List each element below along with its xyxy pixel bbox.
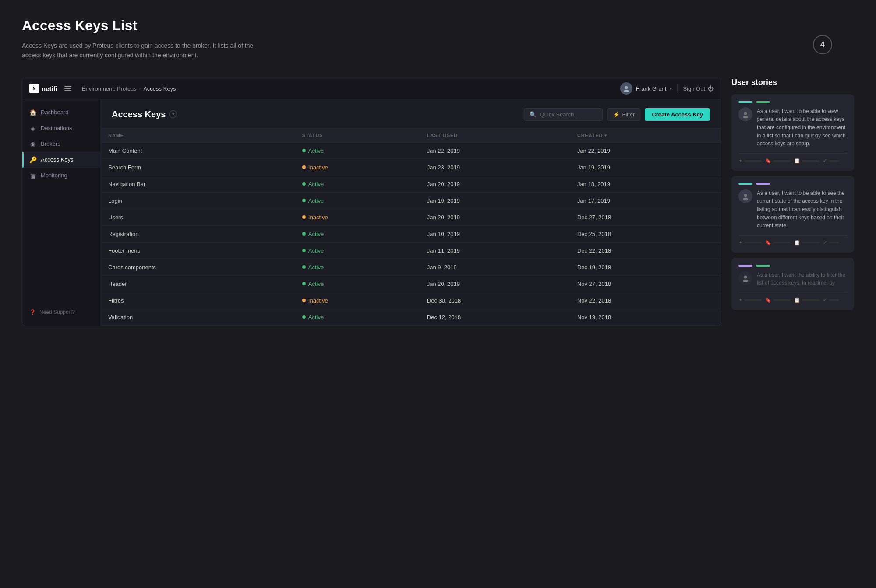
status-text: Inactive bbox=[308, 214, 328, 221]
cell-status: Inactive bbox=[295, 209, 420, 225]
sidebar-item-monitoring[interactable]: ▦ Monitoring bbox=[22, 168, 101, 183]
content-title: Access Keys ? bbox=[112, 109, 177, 120]
status-text: Active bbox=[308, 281, 324, 287]
footer-line-2 bbox=[773, 299, 791, 301]
sign-out-button[interactable]: Sign Out ⏻ bbox=[683, 85, 714, 92]
footer-line-3 bbox=[802, 299, 819, 301]
footer-line-1 bbox=[744, 299, 762, 301]
user-name: Frank Grant bbox=[636, 85, 666, 92]
footer-line-4 bbox=[829, 299, 839, 301]
sort-icon: ▾ bbox=[604, 133, 607, 138]
table-row[interactable]: Validation Active Dec 12, 2018 Nov 19, 2… bbox=[101, 309, 721, 325]
story-avatar bbox=[738, 107, 752, 121]
cell-status: Inactive bbox=[295, 292, 420, 309]
search-box[interactable]: 🔍 bbox=[524, 108, 603, 121]
cell-name: Registration bbox=[101, 225, 295, 242]
cell-name: Validation bbox=[101, 309, 295, 325]
support-label: Need Support? bbox=[39, 309, 75, 315]
destinations-icon: ◈ bbox=[29, 125, 36, 132]
filter-button[interactable]: ⚡ Filter bbox=[607, 108, 641, 121]
sidebar-items: 🏠 Dashboard ◈ Destinations ◉ Brokers 🔑 A… bbox=[22, 105, 101, 183]
sign-out-label: Sign Out bbox=[683, 85, 705, 92]
footer-icon-3: 📋 bbox=[794, 240, 800, 246]
status-text: Active bbox=[308, 264, 324, 271]
dashboard-icon: 🏠 bbox=[29, 109, 36, 116]
table-row[interactable]: Login Active Jan 19, 2019 Jan 17, 2019 bbox=[101, 192, 721, 209]
sidebar-item-label: Destinations bbox=[41, 125, 72, 131]
footer-line-3 bbox=[802, 160, 819, 162]
table-row[interactable]: Users Inactive Jan 20, 2019 Dec 27, 2018 bbox=[101, 209, 721, 225]
story-footer-item: 🔖 bbox=[765, 158, 791, 164]
table-row[interactable]: Main Content Active Jan 22, 2019 Jan 22,… bbox=[101, 142, 721, 159]
story-tag bbox=[738, 101, 752, 103]
cell-status: Inactive bbox=[295, 159, 420, 176]
table-row[interactable]: Navigation Bar Active Jan 20, 2019 Jan 1… bbox=[101, 176, 721, 192]
footer-line-3 bbox=[802, 242, 819, 243]
story-card-2: As a user, I want the ability to filter … bbox=[731, 258, 854, 310]
table-row[interactable]: Registration Active Jan 10, 2019 Dec 25,… bbox=[101, 225, 721, 242]
status-dot bbox=[302, 265, 306, 269]
cell-name: Login bbox=[101, 192, 295, 209]
cell-status: Active bbox=[295, 192, 420, 209]
table-header-row: NAMESTATUSLAST USEDCREATED▾ bbox=[101, 128, 721, 143]
cell-name: Search Form bbox=[101, 159, 295, 176]
svg-point-0 bbox=[625, 86, 628, 89]
table-row[interactable]: Header Active Jan 20, 2019 Nov 27, 2018 bbox=[101, 275, 721, 292]
sidebar-support[interactable]: ❓ Need Support? bbox=[22, 304, 101, 320]
story-tag bbox=[756, 265, 770, 267]
story-avatar bbox=[738, 271, 752, 285]
access-keys-table: NAMESTATUSLAST USEDCREATED▾ Main Content… bbox=[101, 128, 721, 326]
main-layout: N netifi Environment: Proteus › Ac bbox=[22, 78, 854, 326]
table-row[interactable]: Footer menu Active Jan 11, 2019 Dec 22, … bbox=[101, 242, 721, 259]
content-header: Access Keys ? 🔍 ⚡ Filter bbox=[101, 99, 721, 128]
cell-last-used: Dec 30, 2018 bbox=[420, 292, 570, 309]
story-card-footer: ✦ 🔖 📋 ✔ bbox=[738, 292, 847, 303]
info-icon[interactable]: ? bbox=[169, 110, 177, 118]
sidebar-item-brokers[interactable]: ◉ Brokers bbox=[22, 136, 101, 152]
table-row[interactable]: Filtres Inactive Dec 30, 2018 Nov 22, 20… bbox=[101, 292, 721, 309]
cell-last-used: Jan 9, 2019 bbox=[420, 259, 570, 275]
col-created[interactable]: CREATED▾ bbox=[570, 128, 721, 143]
cell-created: Nov 27, 2018 bbox=[570, 275, 721, 292]
nav-divider bbox=[677, 84, 678, 93]
hamburger-menu[interactable] bbox=[63, 84, 73, 93]
story-footer-item: ✦ bbox=[738, 240, 762, 246]
footer-icon-3: 📋 bbox=[794, 158, 800, 164]
sidebar-item-access-keys[interactable]: 🔑 Access Keys bbox=[22, 152, 101, 168]
cell-created: Jan 17, 2019 bbox=[570, 192, 721, 209]
logo[interactable]: N netifi bbox=[29, 84, 57, 93]
table-row[interactable]: Cards components Active Jan 9, 2019 Dec … bbox=[101, 259, 721, 275]
story-card-footer: ✦ 🔖 📋 ✔ bbox=[738, 235, 847, 246]
svg-point-1 bbox=[624, 90, 629, 92]
status-dot bbox=[302, 232, 306, 236]
search-input[interactable] bbox=[540, 111, 597, 118]
cell-created: Nov 22, 2018 bbox=[570, 292, 721, 309]
story-footer-item: ✔ bbox=[823, 297, 839, 303]
top-nav-right: Frank Grant ▾ Sign Out ⏻ bbox=[620, 82, 714, 95]
table-row[interactable]: Search Form Inactive Jan 23, 2019 Jan 19… bbox=[101, 159, 721, 176]
story-tag bbox=[756, 183, 770, 185]
content-title-text: Access Keys bbox=[112, 109, 166, 120]
footer-line-4 bbox=[829, 242, 839, 243]
col-status: STATUS bbox=[295, 128, 420, 143]
monitoring-icon: ▦ bbox=[29, 172, 36, 179]
user-info[interactable]: Frank Grant ▾ bbox=[620, 82, 672, 95]
footer-icon-1: ✦ bbox=[738, 240, 742, 246]
status-text: Active bbox=[308, 314, 324, 320]
cell-status: Active bbox=[295, 176, 420, 192]
table-head: NAMESTATUSLAST USEDCREATED▾ bbox=[101, 128, 721, 143]
filter-label: Filter bbox=[622, 111, 635, 118]
table-body: Main Content Active Jan 22, 2019 Jan 22,… bbox=[101, 142, 721, 325]
sidebar-item-dashboard[interactable]: 🏠 Dashboard bbox=[22, 105, 101, 120]
cell-status: Active bbox=[295, 225, 420, 242]
status-text: Active bbox=[308, 148, 324, 154]
story-card-header bbox=[738, 101, 847, 103]
cell-last-used: Jan 23, 2019 bbox=[420, 159, 570, 176]
brokers-icon: ◉ bbox=[29, 141, 36, 148]
create-access-key-button[interactable]: Create Access Key bbox=[645, 108, 710, 121]
footer-icon-2: 🔖 bbox=[765, 158, 771, 164]
user-chevron-icon: ▾ bbox=[670, 86, 672, 91]
app-window: N netifi Environment: Proteus › Ac bbox=[22, 78, 721, 326]
footer-icon-1: ✦ bbox=[738, 297, 742, 303]
sidebar-item-destinations[interactable]: ◈ Destinations bbox=[22, 120, 101, 136]
